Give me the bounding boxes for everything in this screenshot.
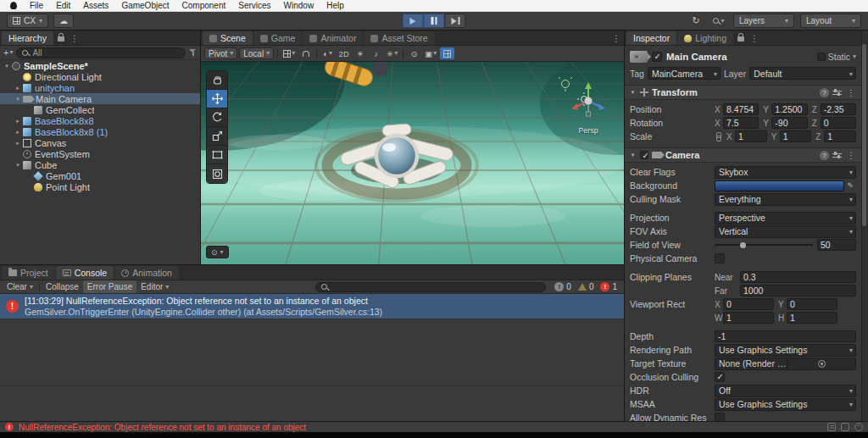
expand-arrow[interactable] (14, 162, 22, 168)
near-clip-field[interactable]: 0.3 (740, 271, 856, 283)
active-checkbox[interactable] (652, 52, 662, 62)
far-clip-field[interactable]: 1000 (740, 285, 856, 297)
background-color-swatch[interactable] (715, 180, 844, 191)
expand-arrow[interactable] (3, 63, 11, 69)
viewport-x-field[interactable]: 0 (723, 298, 774, 310)
expand-arrow[interactable] (14, 118, 22, 124)
apple-menu-icon[interactable] (10, 2, 17, 9)
depth-field[interactable]: -1 (715, 330, 856, 342)
tab-animation[interactable]: Animation (114, 266, 179, 280)
warning-count-badge[interactable]: 0 (578, 282, 594, 291)
static-dropdown[interactable]: Static (817, 52, 856, 62)
cloud-button[interactable] (53, 14, 74, 28)
camera-header[interactable]: Camera (625, 147, 861, 163)
culling-mask-dropdown[interactable]: Everything (715, 193, 856, 206)
fov-axis-dropdown[interactable]: Vertical (715, 225, 856, 238)
tab-game[interactable]: Game (253, 31, 303, 45)
inspector-menu-icon[interactable] (748, 34, 760, 43)
console-log-entry[interactable]: [11:03:29] NullReferenceException: Objec… (0, 294, 624, 319)
expand-arrow[interactable] (14, 96, 22, 102)
tab-inspector[interactable]: Inspector (626, 31, 676, 45)
fov-field[interactable]: 50 (817, 239, 856, 251)
menu-file[interactable]: File (30, 1, 43, 10)
rendering-path-dropdown[interactable]: Use Graphics Settings (715, 344, 856, 357)
scene-menu-icon[interactable] (610, 34, 622, 43)
scene-viewport[interactable]: Persp (201, 62, 624, 264)
move-tool-button[interactable] (207, 90, 227, 108)
hierarchy-item-baseblock8x8[interactable]: BaseBlock8x8 (0, 115, 200, 126)
tab-animator[interactable]: Animator (303, 31, 363, 45)
tab-scene[interactable]: Scene (203, 31, 253, 45)
expand-arrow[interactable] (14, 85, 22, 91)
error-count-badge[interactable]: 1 (600, 282, 617, 291)
step-button[interactable] (445, 14, 466, 28)
lock-icon[interactable] (58, 36, 64, 42)
rotation-z-field[interactable]: 0 (821, 117, 856, 129)
scrollbar-thumb[interactable] (862, 44, 866, 226)
viewport-y-field[interactable]: 0 (787, 298, 837, 310)
tab-asset-store[interactable]: Asset Store (364, 31, 434, 45)
menu-edit[interactable]: Edit (56, 1, 70, 10)
tag-dropdown[interactable]: MainCamera (648, 67, 721, 80)
collapse-button[interactable]: Collapse (42, 280, 83, 293)
static-checkbox[interactable] (817, 53, 826, 61)
search-button[interactable] (710, 14, 727, 28)
position-y-field[interactable]: 1.2500 (771, 103, 807, 115)
allow-dynamic-resolution-checkbox[interactable] (715, 413, 725, 421)
target-texture-field[interactable]: None (Render Texture) (715, 358, 856, 370)
hierarchy-item-samplescene[interactable]: SampleScene* (0, 60, 200, 71)
account-button[interactable]: CX (7, 14, 48, 28)
hdr-dropdown[interactable]: Off (715, 385, 856, 397)
local-dropdown[interactable]: Local (239, 47, 274, 59)
create-object-button[interactable] (3, 47, 13, 58)
play-button[interactable] (403, 14, 424, 28)
scale-z-field[interactable]: 1 (824, 130, 856, 142)
camera-enabled-checkbox[interactable] (640, 151, 648, 159)
scene-visibility-dropdown[interactable] (206, 246, 229, 258)
hierarchy-item-gem001[interactable]: Gem001 (0, 170, 200, 181)
hierarchy-item-point-light[interactable]: Point Light (0, 181, 200, 192)
hierarchy-item-directional-light[interactable]: Directional Light (0, 71, 200, 82)
mode-2d-button[interactable]: 2D (337, 47, 351, 59)
pause-button[interactable] (424, 14, 445, 28)
shading-dropdown[interactable] (320, 47, 335, 59)
occlusion-culling-checkbox[interactable] (715, 372, 725, 382)
pivot-dropdown[interactable]: Pivot (204, 47, 237, 59)
hierarchy-item-baseblock8x8-1[interactable]: BaseBlock8x8 (1) (0, 126, 200, 137)
search-filter-icon[interactable] (189, 48, 197, 57)
menu-component[interactable]: Component (182, 1, 226, 10)
progress-check-icon[interactable] (854, 423, 863, 431)
menu-services[interactable]: Services (238, 1, 270, 10)
menu-help[interactable]: Help (326, 1, 344, 10)
grid-snap-button[interactable] (281, 47, 297, 59)
tab-console[interactable]: Console (56, 266, 114, 280)
menu-gameobject[interactable]: GameObject (121, 1, 169, 10)
snap-button[interactable] (298, 47, 313, 59)
scene-orientation-gizmo[interactable] (565, 80, 612, 125)
position-x-field[interactable]: 8.4754 (723, 103, 759, 115)
lock-icon[interactable] (737, 36, 744, 42)
hierarchy-item-canvas[interactable]: Canvas (0, 137, 200, 148)
camera-select-button[interactable] (423, 47, 438, 59)
info-count-badge[interactable]: 0 (554, 282, 571, 291)
hand-tool-button[interactable] (207, 71, 227, 90)
error-pause-button[interactable]: Error Pause (83, 280, 136, 293)
foldout-arrow[interactable] (629, 89, 637, 96)
foldout-arrow[interactable] (629, 152, 637, 158)
tab-lighting[interactable]: Lighting (677, 31, 733, 45)
scene-audio-button[interactable] (369, 47, 383, 59)
help-icon[interactable] (820, 88, 829, 97)
preset-icon[interactable] (832, 151, 842, 159)
console-list[interactable]: [11:03:29] NullReferenceException: Objec… (0, 294, 624, 421)
scale-x-field[interactable]: 1 (735, 130, 767, 142)
status-bar[interactable]: NullReferenceException: Object reference… (0, 421, 868, 432)
scene-lighting-button[interactable] (353, 47, 367, 59)
menu-assets[interactable]: Assets (83, 1, 108, 10)
gizmo-projection-label[interactable]: Persp (563, 126, 614, 135)
viewport-h-field[interactable]: 1 (787, 312, 837, 324)
console-status-icon[interactable] (827, 423, 836, 431)
cache-status-icon[interactable] (841, 423, 849, 431)
component-menu-icon[interactable] (845, 151, 857, 160)
component-menu-icon[interactable] (845, 88, 857, 97)
eyedropper-icon[interactable] (844, 181, 856, 190)
